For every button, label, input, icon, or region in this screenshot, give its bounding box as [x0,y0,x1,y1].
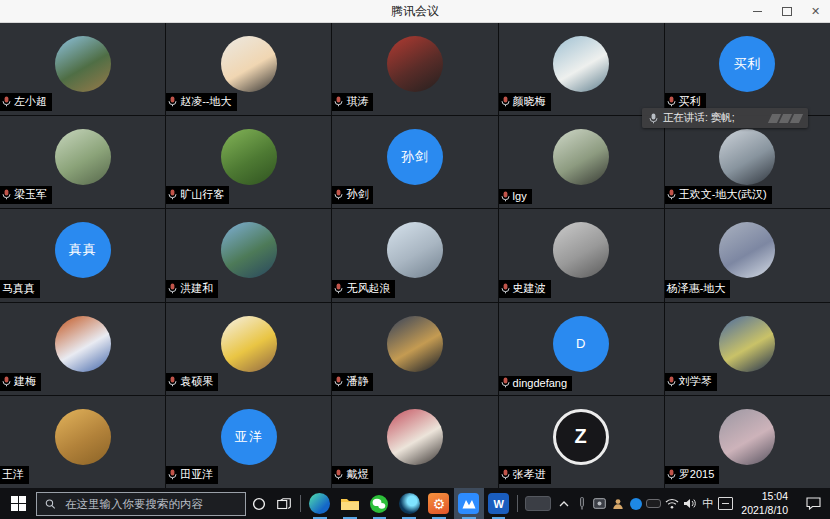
window-controls: ✕ [743,0,830,22]
tray-touch-keyboard[interactable] [717,497,734,510]
taskbar-app-edge[interactable] [305,488,335,519]
participant-tile-3[interactable]: 琪涛 [332,23,497,115]
participant-name: 赵凌--地大 [180,94,231,109]
participant-name-tag: lgy [499,189,532,204]
mic-icon [667,96,676,107]
participant-name-tag: 梁玉军 [0,186,52,204]
task-view-button[interactable] [271,488,296,519]
participant-tile-21[interactable]: 王洋 [0,396,165,488]
mic-icon [168,96,177,107]
avatar-photo [553,36,609,92]
tray-ime[interactable]: 中 [699,496,716,511]
tray-black-pill[interactable] [645,499,662,508]
participant-name: 张孝进 [513,467,546,482]
mic-icon [501,191,510,202]
mic-icon [501,96,510,107]
file-explorer-icon [340,496,360,512]
taskbar: ⚙ W [0,488,830,519]
toast-watermark [770,114,801,123]
search-icon [45,498,56,510]
participant-tile-17[interactable]: 袁硕果 [166,303,331,395]
participant-tile-25[interactable]: 罗2015 [665,396,830,488]
participant-tile-22[interactable]: 亚洋田亚洋 [166,396,331,488]
participant-name: 王洋 [2,467,24,482]
avatar-photo [719,316,775,372]
participant-name-tag: 马真真 [0,280,40,298]
participant-name: 史建波 [513,281,546,296]
participant-tile-13[interactable]: 无风起浪 [332,209,497,301]
avatar-photo [387,222,443,278]
minimize-button[interactable] [743,0,772,22]
minimize-icon [753,11,762,12]
participant-tile-1[interactable]: 左小超 [0,23,165,115]
participant-tile-23[interactable]: 戴煜 [332,396,497,488]
taskbar-clock[interactable]: 15:04 2021/8/10 [741,490,788,516]
taskbar-search[interactable] [36,492,246,516]
circle-app-icon [399,493,420,514]
mic-icon [168,469,177,480]
restore-icon [782,7,792,16]
avatar-photo [387,409,443,465]
avatar-photo [55,316,111,372]
taskbar-app-file-explorer[interactable] [335,488,365,519]
tray-pen[interactable] [573,497,590,510]
tray-overflow[interactable] [555,501,572,507]
avatar-photo [719,222,775,278]
mic-icon [2,96,11,107]
tray-screenshot[interactable] [591,498,608,509]
participant-tile-4[interactable]: 颜晓梅 [499,23,664,115]
participant-tile-9[interactable]: lgy [499,116,664,208]
participant-name-tag: 建梅 [0,373,41,391]
clock-time: 15:04 [741,490,788,503]
avatar-initials: 真真 [55,222,111,278]
taskbar-app-circle[interactable] [394,488,424,519]
taskbar-separator [517,495,518,512]
start-button[interactable] [0,488,36,519]
participant-tile-8[interactable]: 孙剑孙剑 [332,116,497,208]
avatar-photo [55,129,111,185]
participant-name: 琪涛 [346,94,368,109]
tray-volume[interactable] [681,498,698,509]
participant-name: 孙剑 [346,187,368,202]
close-button[interactable]: ✕ [801,0,830,22]
taskbar-app-word[interactable]: W [484,488,514,519]
search-input[interactable] [63,497,237,511]
participant-grid: 左小超赵凌--地大琪涛颜晓梅买利买利梁玉军旷山行客孙剑孙剑lgy王欢文-地大(武… [0,23,830,488]
participant-tile-19[interactable]: Ddingdefang [499,303,664,395]
tray-network[interactable] [663,498,680,509]
participant-tile-5[interactable]: 买利买利 [665,23,830,115]
participant-name-tag: 旷山行客 [166,186,229,204]
participant-tile-10[interactable]: 王欢文-地大(武汉) [665,116,830,208]
participant-tile-24[interactable]: Z张孝进 [499,396,664,488]
participant-tile-12[interactable]: 洪建和 [166,209,331,301]
avatar-photo [553,222,609,278]
participant-tile-11[interactable]: 真真马真真 [0,209,165,301]
participant-tile-16[interactable]: 建梅 [0,303,165,395]
mic-icon [168,376,177,387]
participant-name: 刘学琴 [679,374,712,389]
taskbar-app-tencent-meeting[interactable] [454,488,484,519]
avatar-photo [221,36,277,92]
cortana-button[interactable] [246,488,271,519]
participant-tile-14[interactable]: 史建波 [499,209,664,301]
participant-tile-7[interactable]: 旷山行客 [166,116,331,208]
participant-tile-2[interactable]: 赵凌--地大 [166,23,331,115]
black-pill-icon [646,499,661,508]
participant-tile-20[interactable]: 刘学琴 [665,303,830,395]
taskbar-app-wechat[interactable] [365,488,395,519]
participant-name-tag: dingdefang [499,376,572,391]
speaking-toast-label: 正在讲话: 窦帆; [663,111,735,125]
mic-icon [168,283,177,294]
tray-person[interactable] [609,498,626,510]
screenshot-icon [593,498,606,509]
tray-widget[interactable] [522,496,554,511]
action-center-button[interactable] [796,497,830,510]
participant-tile-15[interactable]: 杨泽惠-地大 [665,209,830,301]
participant-tile-18[interactable]: 潘静 [332,303,497,395]
participant-name: 杨泽惠-地大 [667,281,726,296]
participant-tile-6[interactable]: 梁玉军 [0,116,165,208]
taskbar-app-gear[interactable]: ⚙ [424,488,454,519]
tray-blue-app[interactable] [627,498,644,510]
restore-button[interactable] [772,0,801,22]
participant-name-tag: 左小超 [0,93,52,111]
